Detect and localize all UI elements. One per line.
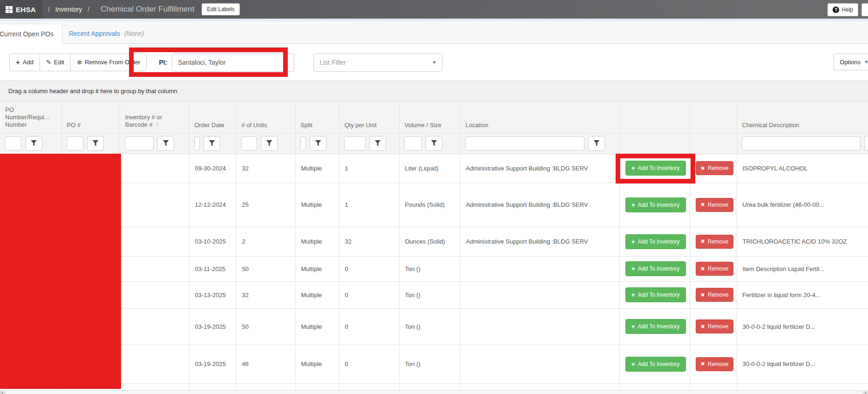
add-to-inventory-button[interactable]: + Add To Inventory (625, 357, 686, 372)
filter-input-qty-per-unit[interactable] (344, 136, 366, 150)
cell-chemical-description: Item Description Liquid Fertil... (737, 256, 868, 281)
group-by-drop-zone[interactable]: Drag a column header and drop it here to… (0, 80, 868, 102)
cell-inventory-barcode (120, 308, 189, 345)
cell-split: Multiple (295, 227, 339, 256)
cell-split: Multiple (295, 154, 339, 183)
funnel-icon (31, 140, 37, 146)
scroll-left-button[interactable] (0, 391, 6, 394)
column-header-remove-actions (690, 102, 737, 133)
pi-dropdown[interactable]: Santaloci, Taylor ▼ (172, 53, 294, 72)
list-filter-dropdown[interactable]: List Filter ▼ (313, 53, 442, 72)
column-header-add-actions (619, 102, 690, 133)
filter-input-location[interactable] (465, 136, 584, 150)
filter-input-split[interactable] (300, 136, 306, 150)
cell-chemical-description: TRICHLOROACETIC ACID 10% 32OZ (737, 227, 868, 256)
edit-button[interactable]: ✎ Edit (40, 54, 71, 71)
remove-button[interactable]: ✖ Remove (696, 288, 734, 302)
remove-button[interactable]: ✖ Remove (696, 235, 734, 249)
remove-from-order-button[interactable]: ⊗ Remove From Order (71, 54, 147, 71)
filter-cell-po-number (0, 133, 61, 154)
remove-button[interactable]: ✖ Remove (696, 357, 734, 371)
cell-volume-size: Ton () (399, 345, 460, 383)
redaction-overlay (0, 154, 121, 389)
filter-button-po[interactable] (87, 136, 104, 151)
help-button[interactable]: ? Help (827, 3, 858, 16)
add-to-inventory-button[interactable]: + Add To Inventory (625, 261, 686, 276)
filter-input-inventory-barcode[interactable] (125, 136, 154, 150)
chevron-down-icon: ▼ (864, 60, 868, 64)
filter-input-order-date[interactable] (194, 136, 200, 150)
column-header-location[interactable]: Location (460, 102, 619, 133)
filter-button-order-date[interactable] (203, 136, 220, 151)
filter-cell-inventory-barcode (120, 133, 189, 154)
column-header-split[interactable]: Split (295, 102, 339, 133)
cell-inventory-barcode (120, 154, 189, 183)
cell-location (460, 256, 619, 281)
column-header-order-date[interactable]: Order Date (189, 102, 236, 133)
breadcrumb-inventory[interactable]: Inventory (55, 6, 82, 13)
tab-recent-approvals[interactable]: Recent Approvals (None) (69, 24, 144, 44)
filter-button-split[interactable] (310, 136, 326, 151)
column-header-po-number[interactable]: PO Number/Requi... Number (0, 102, 61, 133)
column-header-volume-size[interactable]: Volume / Size (399, 102, 460, 133)
filter-button-po-number[interactable] (26, 136, 42, 151)
horizontal-scrollbar[interactable] (0, 390, 868, 394)
cell-chemical-description: Urea bulk fertilizer (46-00-00... (737, 183, 868, 227)
filter-input-units[interactable] (241, 136, 257, 150)
add-to-inventory-button[interactable]: + Add To Inventory (625, 197, 686, 212)
remove-button[interactable]: ✖ Remove (696, 161, 734, 175)
cell-split: Multiple (295, 256, 339, 281)
orders-grid: Drag a column header and drop it here to… (0, 80, 868, 390)
filter-button-units[interactable] (261, 136, 278, 151)
add-to-inventory-button[interactable]: + Add To Inventory (625, 161, 686, 176)
filter-button-location[interactable] (588, 136, 605, 151)
breadcrumb-separator: / (48, 6, 50, 13)
filter-cell-order-date (189, 133, 236, 154)
breadcrumb-separator: / (88, 6, 89, 13)
cell-volume-size: Liter (Liquid) (399, 154, 460, 183)
funnel-icon (93, 140, 99, 146)
cell-chemical-description: ISOPROPYL ALCOHOL (737, 154, 868, 183)
app-logo[interactable]: EHSA (0, 0, 42, 19)
filter-input-chemical-description[interactable] (742, 136, 861, 150)
cell-split: Multiple (295, 183, 339, 227)
filter-input-volume-size[interactable] (404, 136, 422, 150)
remove-button[interactable]: ✖ Remove (696, 262, 734, 276)
cell-units: 25 (236, 183, 295, 227)
column-header-qty-per-unit[interactable]: Qty per Unit (339, 102, 399, 133)
add-button[interactable]: + Add (9, 54, 40, 71)
cell-add-action: + Add To Inventory (619, 227, 690, 256)
filter-button-inventory-barcode[interactable] (157, 136, 174, 151)
add-to-inventory-button[interactable]: + Add To Inventory (625, 287, 686, 302)
edit-labels-button[interactable]: Edit Labels (202, 3, 239, 15)
column-header-units[interactable]: # of Units (236, 102, 295, 133)
remove-button[interactable]: ✖ Remove (696, 198, 734, 212)
cell-qty-per-unit: 1 (339, 154, 399, 183)
add-to-inventory-button[interactable]: + Add To Inventory (625, 234, 686, 249)
filter-input-po-number[interactable] (5, 136, 21, 150)
plus-icon: + (631, 266, 635, 271)
column-header-chemical-description[interactable]: Chemical Description (737, 102, 868, 133)
filter-button-qty-per-unit[interactable] (369, 136, 386, 151)
add-to-inventory-button[interactable]: + Add To Inventory (625, 319, 686, 334)
remove-button[interactable]: ✖ Remove (696, 319, 734, 333)
x-icon: ✖ (701, 361, 705, 367)
pi-label: PI: (159, 59, 167, 66)
clipped-corner-button[interactable] (861, 3, 868, 16)
filter-input-po[interactable] (67, 136, 83, 150)
table-row: 03-13-2025 32 Multiple 0 Ton () + Add To… (0, 281, 868, 308)
filter-button-chemical-description[interactable] (864, 136, 868, 151)
filter-button-volume-size[interactable] (426, 136, 442, 151)
column-header-inventory-barcode[interactable]: Inventory # or Barcode #↑ (120, 102, 189, 133)
table-row: 03-11-2025 50 Multiple 0 Ton () + Add To… (0, 256, 868, 281)
column-header-po[interactable]: PO # (61, 102, 120, 133)
table-row: 09-30-2024 32 Multiple 1 Liter (Liquid) … (0, 154, 868, 183)
tab-current-open-pos[interactable]: Current Open POs (0, 24, 62, 44)
cell-volume-size: Ton () (399, 256, 460, 281)
cell-units: 2 (236, 227, 295, 256)
options-button[interactable]: Options ▼ (834, 54, 868, 70)
x-icon: ✖ (701, 292, 705, 298)
x-icon: ✖ (701, 266, 705, 272)
cell-remove-action: ✖ Remove (690, 154, 737, 183)
cell-qty-per-unit: 0 (339, 281, 399, 308)
